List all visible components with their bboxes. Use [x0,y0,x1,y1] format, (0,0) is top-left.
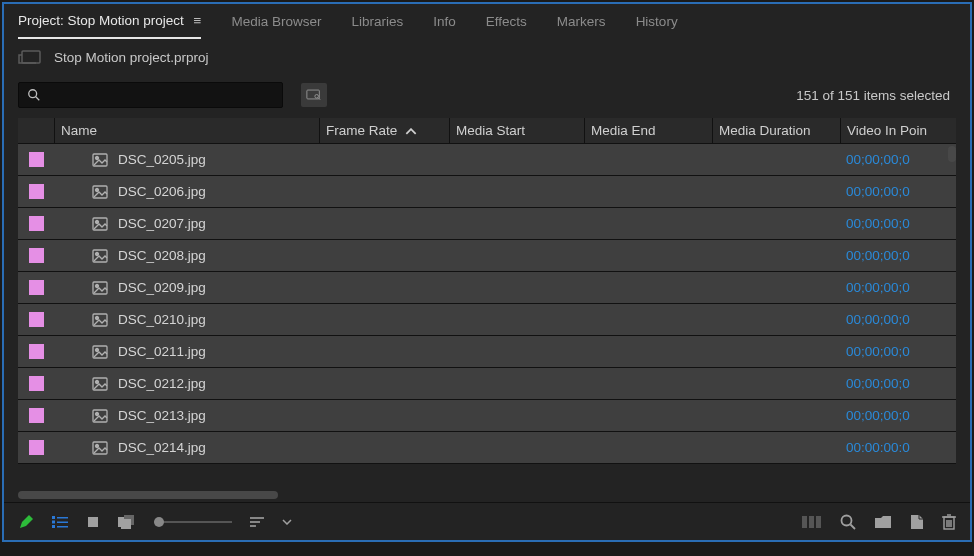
zoom-slider[interactable] [154,521,232,523]
row-video-in: 00;00;00;0 [840,376,956,391]
icon-view-icon[interactable] [86,515,100,529]
row-select-cell[interactable] [18,152,54,167]
row-name-cell[interactable]: DSC_0207.jpg [54,216,319,231]
tab-markers[interactable]: Markers [557,4,606,38]
footer-toolbar [4,502,970,540]
table-row[interactable]: DSC_0211.jpg00;00;00;0 [18,336,956,368]
selection-count: 151 of 151 items selected [796,88,950,103]
row-select-cell[interactable] [18,376,54,391]
automate-sequence-icon[interactable] [802,516,822,528]
svg-rect-35 [121,519,131,529]
write-toggle-icon[interactable] [18,514,34,530]
row-name-cell[interactable]: DSC_0212.jpg [54,376,319,391]
find-icon[interactable] [840,514,856,530]
image-file-icon [92,345,108,359]
row-filename: DSC_0209.jpg [118,280,206,295]
freeform-view-icon[interactable] [118,515,136,529]
row-label-color [29,184,44,199]
svg-point-9 [96,188,99,191]
sort-dropdown-icon[interactable] [282,519,292,525]
list-view-icon[interactable] [52,516,68,528]
svg-point-4 [315,95,319,99]
row-video-in: 00;00;00;0 [840,344,956,359]
table-body[interactable]: DSC_0205.jpg00;00;00;0DSC_0206.jpg00;00;… [18,144,956,500]
col-video-in[interactable]: Video In Poin [840,118,956,143]
col-media-end[interactable]: Media End [584,118,712,143]
svg-point-17 [96,316,99,319]
row-name-cell[interactable]: DSC_0208.jpg [54,248,319,263]
image-file-icon [92,409,108,423]
svg-point-15 [96,284,99,287]
table-row[interactable]: DSC_0206.jpg00;00;00;0 [18,176,956,208]
table-row[interactable]: DSC_0209.jpg00;00;00;0 [18,272,956,304]
new-item-icon[interactable] [910,514,924,530]
horizontal-scrollbar-thumb[interactable] [18,491,278,499]
row-name-cell[interactable]: DSC_0214.jpg [54,440,319,455]
image-file-icon [92,313,108,327]
project-panel: Project: Stop Motion project ≡ Media Bro… [2,2,972,542]
row-select-cell[interactable] [18,248,54,263]
table-row[interactable]: DSC_0205.jpg00;00;00;0 [18,144,956,176]
row-select-cell[interactable] [18,344,54,359]
tab-libraries[interactable]: Libraries [352,4,404,38]
sort-menu-icon[interactable] [250,517,264,527]
table-row[interactable]: DSC_0210.jpg00;00;00;0 [18,304,956,336]
vertical-scrollbar-thumb[interactable] [948,146,956,162]
tab-effects[interactable]: Effects [486,4,527,38]
svg-line-43 [851,524,856,529]
row-video-in: 00;00;00;0 [840,312,956,327]
row-select-cell[interactable] [18,216,54,231]
svg-rect-31 [57,526,68,528]
svg-rect-30 [52,525,55,528]
tab-libraries-label: Libraries [352,14,404,29]
table-row[interactable]: DSC_0212.jpg00;00;00;0 [18,368,956,400]
vertical-scrollbar[interactable] [946,144,956,500]
image-file-icon [92,217,108,231]
col-frame-rate[interactable]: Frame Rate [319,118,449,143]
svg-point-13 [96,252,99,255]
table-row[interactable]: DSC_0207.jpg00;00;00;0 [18,208,956,240]
tabs-row: Project: Stop Motion project ≡ Media Bro… [4,4,970,38]
row-select-cell[interactable] [18,184,54,199]
row-name-cell[interactable]: DSC_0213.jpg [54,408,319,423]
table-row[interactable]: DSC_0214.jpg00:00:00:0 [18,432,956,464]
table-row[interactable]: DSC_0208.jpg00;00;00;0 [18,240,956,272]
image-file-icon [92,377,108,391]
panel-menu-icon[interactable]: ≡ [190,13,202,28]
row-select-cell[interactable] [18,312,54,327]
table-row[interactable]: DSC_0213.jpg00;00;00;0 [18,400,956,432]
project-header-row: Stop Motion project.prproj [4,42,970,72]
row-filename: DSC_0214.jpg [118,440,206,455]
svg-point-1 [29,90,37,98]
col-media-end-label: Media End [591,123,656,138]
tab-media-browser[interactable]: Media Browser [231,4,321,38]
tab-history[interactable]: History [636,4,678,38]
col-media-duration[interactable]: Media Duration [712,118,840,143]
svg-rect-27 [57,517,68,519]
tab-info[interactable]: Info [433,4,456,38]
row-name-cell[interactable]: DSC_0205.jpg [54,152,319,167]
svg-point-19 [96,348,99,351]
row-name-cell[interactable]: DSC_0209.jpg [54,280,319,295]
row-name-cell[interactable]: DSC_0210.jpg [54,312,319,327]
svg-point-11 [96,220,99,223]
tab-project[interactable]: Project: Stop Motion project ≡ [18,5,201,39]
tab-effects-label: Effects [486,14,527,29]
row-name-cell[interactable]: DSC_0206.jpg [54,184,319,199]
search-input[interactable] [18,82,283,108]
trash-icon[interactable] [942,514,956,530]
horizontal-scrollbar[interactable] [18,490,956,500]
row-name-cell[interactable]: DSC_0211.jpg [54,344,319,359]
col-media-start[interactable]: Media Start [449,118,584,143]
row-select-cell[interactable] [18,408,54,423]
find-bin-icon[interactable] [301,83,327,107]
row-select-cell[interactable] [18,440,54,455]
image-file-icon [92,441,108,455]
row-label-color [29,312,44,327]
new-bin-icon[interactable] [874,515,892,529]
row-select-cell[interactable] [18,280,54,295]
svg-rect-0 [22,51,40,63]
bin-nav-icon[interactable] [18,49,42,65]
col-name[interactable]: Name [54,118,319,143]
row-label-color [29,152,44,167]
